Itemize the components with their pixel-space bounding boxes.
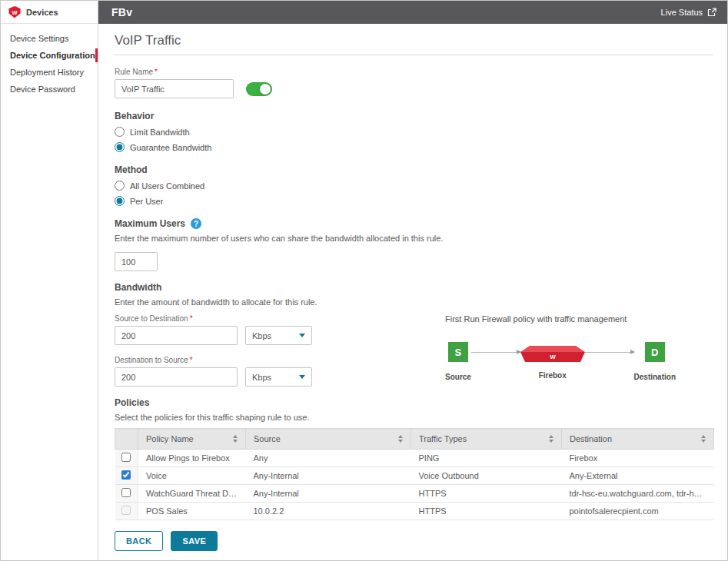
sidebar-item-device-settings[interactable]: Device Settings [1,30,98,47]
source-to-destination-input[interactable] [115,326,238,345]
column-header-source[interactable]: Source [246,429,411,450]
rule-name-label-text: Rule Name [115,68,153,76]
cell-destination: pointofsalerecpient.com [562,503,714,520]
column-header-traffic-types[interactable]: Traffic Types [411,429,562,450]
method-option-all-users[interactable]: All Users Combined [115,181,713,191]
table-header-row: Policy Name Source Traffic Types Destina… [115,429,714,450]
destination-node: D Destination [634,342,676,381]
sort-icon[interactable] [233,435,238,443]
per-user-radio[interactable] [115,196,125,206]
live-status-label: Live Status [661,8,703,17]
bandwidth-description: Enter the amount of bandwidth to allocat… [115,297,713,307]
field-label-text: Source to Destination [115,314,188,323]
destination-node-icon: D [645,342,665,362]
destination-to-source-label: Destination to Source* [115,356,368,364]
sidebar: W Devices Device Settings Device Configu… [1,1,98,560]
column-label: Traffic Types [419,434,467,443]
cell-source: 10.0.2.2 [246,503,411,520]
cell-source: Any-Internal [246,485,411,503]
source-node: S Source [445,342,471,381]
policy-checkbox[interactable] [121,506,131,515]
behavior-option-limit[interactable]: Limit Bandwidth [115,127,713,137]
devices-home-link[interactable]: W Devices [1,1,98,24]
column-header-policy-name[interactable]: Policy Name [138,429,246,450]
checkbox-column-header [115,429,138,450]
rule-enabled-toggle[interactable] [246,82,272,96]
sidebar-item-deployment-history[interactable]: Deployment History [1,64,98,81]
sidebar-item-device-configuration[interactable]: Device Configuration [1,47,98,64]
toggle-knob [260,84,271,95]
maximum-users-label-text: Maximum Users [115,218,185,229]
brand-label: Devices [26,8,58,17]
policies-table: Policy Name Source Traffic Types Destina… [115,428,714,520]
bandwidth-section-label: Bandwidth [115,282,713,293]
cell-policy-name: Voice [138,467,246,485]
behavior-option-guarantee[interactable]: Guarantee Bandwidth [115,142,713,152]
behavior-section-label: Behavior [115,111,713,121]
destination-to-source-unit-select[interactable]: Kbps [245,367,312,387]
firebox-icon: W [520,342,585,365]
main-area: FBv Live Status VoIP Traffic Rule Name* [98,1,727,560]
svg-text:W: W [12,8,18,15]
help-icon[interactable]: ? [191,218,201,229]
selected-unit: Kbps [252,331,271,340]
field-label-text: Destination to Source [115,356,188,364]
cell-traffic-types: HTTPS [411,503,562,520]
policy-checkbox[interactable] [121,488,131,497]
method-option-per-user[interactable]: Per User [115,196,713,206]
cell-source: Any [246,450,411,467]
bandwidth-grid: Source to Destination* Kbps Destin [115,313,713,387]
source-to-destination-label: Source to Destination* [115,314,368,323]
table-row: Allow Pings to Firebox Any PING Firebox [115,450,714,467]
cell-policy-name: Allow Pings to Firebox [138,450,246,467]
maximum-users-input[interactable] [115,252,158,271]
destination-to-source-input[interactable] [115,367,238,387]
selected-unit: Kbps [252,373,271,382]
limit-bandwidth-radio[interactable] [115,127,125,137]
back-button[interactable]: BACK [115,531,163,551]
arrow-right-icon [585,352,634,353]
policies-description: Select the policies for this traffic sha… [115,413,713,422]
all-users-combined-radio[interactable] [115,181,125,191]
policy-checkbox[interactable] [121,453,131,462]
radio-label: Limit Bandwidth [130,128,190,137]
cell-traffic-types: HTTPS [411,485,562,503]
bandwidth-fields: Source to Destination* Kbps Destin [115,313,368,387]
svg-text:W: W [550,354,556,360]
policy-checkbox[interactable] [121,470,131,480]
cell-source: Any-Internal [246,467,411,485]
watchguard-logo-icon: W [8,6,21,18]
cell-traffic-types: Voice Outbound [411,467,562,485]
source-to-destination-unit-select[interactable]: Kbps [245,326,312,345]
sort-icon[interactable] [701,435,706,443]
method-section-label: Method [115,164,713,175]
table-row: POS Sales 10.0.2.2 HTTPS pointofsalerecp… [115,503,714,520]
cell-policy-name: WatchGuard Threat Detectio... [138,485,246,503]
column-header-destination[interactable]: Destination [562,429,714,450]
arrow-right-icon [471,352,520,353]
column-label: Destination [570,434,612,443]
sidebar-item-label: Device Settings [10,34,68,43]
cell-traffic-types: PING [411,450,562,467]
page-title: VoIP Traffic [115,33,713,48]
title-divider [115,55,713,55]
destination-node-label: Destination [634,373,676,381]
diagram-caption: First Run Firewall policy with traffic m… [445,314,676,324]
chevron-down-icon [299,375,305,379]
maximum-users-description: Enter the maximum number of users who ca… [115,234,713,243]
maximum-users-section-label: Maximum Users ? [115,218,713,229]
cell-destination: tdr-hsc-eu.watchguard.com, tdr-hsc-na.wa… [562,485,714,503]
save-button[interactable]: SAVE [171,531,218,551]
guarantee-bandwidth-radio[interactable] [115,142,125,152]
rule-name-label: Rule Name* [115,68,713,76]
radio-label: Guarantee Bandwidth [130,143,211,152]
rule-name-input[interactable] [115,79,234,98]
traffic-diagram: S Source W Firebox [445,342,676,381]
sidebar-item-label: Device Configuration [10,51,95,60]
sort-icon[interactable] [398,435,403,443]
external-link-icon [707,8,716,17]
live-status-link[interactable]: Live Status [661,8,716,17]
sort-icon[interactable] [549,435,553,443]
table-row: Voice Any-Internal Voice Outbound Any-Ex… [115,467,714,485]
sidebar-item-device-password[interactable]: Device Password [1,81,98,98]
